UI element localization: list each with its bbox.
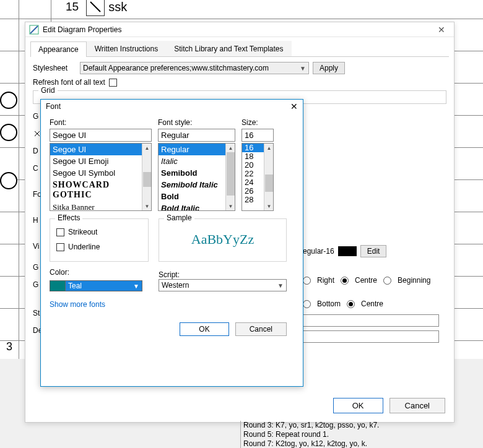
size-label: Size: xyxy=(242,118,274,127)
chevron-down-icon: ▼ xyxy=(133,283,139,290)
font-item[interactable]: Sitka Banner xyxy=(50,201,151,211)
ok-button[interactable]: OK xyxy=(333,398,383,413)
stitch-symbol-box xyxy=(86,0,105,16)
font-preview-text: egular-16 xyxy=(303,247,334,256)
stylesheet-select[interactable]: Default Appearance preferences;www.stitc… xyxy=(80,62,309,74)
font-item[interactable]: Segoe UI Emoji xyxy=(50,155,151,167)
sample-group: Sample AaBbYyZz xyxy=(159,218,287,262)
underline-checkbox[interactable] xyxy=(56,243,64,251)
text-field-1[interactable] xyxy=(303,314,439,327)
row-number: 15 xyxy=(62,0,82,14)
tabs: Appearance Written Instructions Stitch L… xyxy=(30,41,449,57)
instructions-text: Round 3: K7, yo, sr1, k2tog, psso, yo, k… xyxy=(240,421,379,448)
size-input[interactable] xyxy=(242,129,274,142)
script-select[interactable]: Western▼ xyxy=(159,279,287,291)
app-icon xyxy=(29,25,39,35)
tab-appearance[interactable]: Appearance xyxy=(30,41,87,57)
v-bottom-radio[interactable] xyxy=(303,300,311,308)
color-swatch xyxy=(50,280,66,291)
tab-stitch-library[interactable]: Stitch Library and Text Templates xyxy=(166,41,291,56)
svg-line-0 xyxy=(90,2,100,12)
h-right-radio[interactable] xyxy=(303,277,311,285)
chevron-down-icon: ▼ xyxy=(300,65,306,72)
style-item[interactable]: Semibold xyxy=(159,167,235,179)
strikeout-checkbox[interactable] xyxy=(56,228,64,236)
dialog-titlebar[interactable]: Edit Diagram Properties ✕ xyxy=(25,22,454,37)
stylesheet-label: Stylesheet xyxy=(33,64,76,72)
font-input[interactable] xyxy=(50,129,152,142)
grid-left-number: 3 xyxy=(6,340,12,353)
color-swatch xyxy=(338,246,357,256)
scrollbar[interactable]: ▲▼ xyxy=(264,144,273,210)
tab-written-instructions[interactable]: Written Instructions xyxy=(87,41,166,56)
sample-text: AaBbYyZz xyxy=(191,231,254,248)
sample-legend: Sample xyxy=(164,213,194,222)
font-ok-button[interactable]: OK xyxy=(180,322,228,336)
v-centre-radio[interactable] xyxy=(347,300,355,308)
scrollbar[interactable]: ▲▼ xyxy=(142,144,151,210)
effects-legend: Effects xyxy=(55,213,82,222)
color-select[interactable]: Teal▼ xyxy=(66,280,142,291)
show-more-fonts-link[interactable]: Show more fonts xyxy=(50,300,105,309)
font-dialog: Font ✕ Font: Segoe UI Segoe UI Emoji Seg… xyxy=(40,99,303,387)
stitch-row: 15 ssk xyxy=(62,0,127,16)
font-item[interactable]: Segoe UI xyxy=(50,144,151,155)
font-item[interactable]: Segoe UI Symbol xyxy=(50,167,151,179)
close-icon[interactable]: ✕ xyxy=(290,101,298,111)
h-centre-radio[interactable] xyxy=(341,277,349,285)
script-label: Script: xyxy=(159,270,287,279)
font-dialog-titlebar[interactable]: Font ✕ xyxy=(41,100,303,113)
style-label: Font style: xyxy=(158,118,235,127)
stitch-label: ssk xyxy=(108,0,127,14)
effects-group: Effects Strikeout Underline xyxy=(50,218,149,262)
style-item[interactable]: Italic xyxy=(159,155,235,167)
h-beginning-radio[interactable] xyxy=(383,277,391,285)
color-label: Color: xyxy=(50,268,149,277)
style-item[interactable]: Semibold Italic xyxy=(159,179,235,191)
grid-legend: Grid xyxy=(38,86,58,95)
style-listbox[interactable]: Regular Italic Semibold Semibold Italic … xyxy=(158,143,235,211)
font-dialog-title: Font xyxy=(46,102,61,111)
close-icon[interactable]: ✕ xyxy=(433,25,450,35)
style-input[interactable] xyxy=(158,129,235,142)
chevron-down-icon: ▼ xyxy=(277,282,284,289)
size-listbox[interactable]: 16 18 20 22 24 26 28 ▲▼ xyxy=(242,143,274,211)
cancel-button[interactable]: Cancel xyxy=(389,398,445,413)
scrollbar[interactable]: ▲▼ xyxy=(225,144,235,210)
style-item[interactable]: Bold Italic xyxy=(159,202,235,211)
refresh-label: Refresh font of all text xyxy=(33,78,105,87)
style-item[interactable]: Regular xyxy=(159,144,235,155)
font-listbox[interactable]: Segoe UI Segoe UI Emoji Segoe UI Symbol … xyxy=(50,143,152,211)
text-field-2[interactable] xyxy=(303,330,439,343)
edit-button[interactable]: Edit xyxy=(360,245,387,257)
style-item[interactable]: Bold xyxy=(159,191,235,202)
font-item[interactable]: SHOWCARD GOTHIC xyxy=(50,179,151,201)
font-label: Font: xyxy=(50,118,152,127)
apply-button[interactable]: Apply xyxy=(313,62,345,74)
dialog-title: Edit Diagram Properties xyxy=(43,25,433,34)
font-cancel-button[interactable]: Cancel xyxy=(235,322,287,336)
refresh-checkbox[interactable] xyxy=(109,79,117,87)
